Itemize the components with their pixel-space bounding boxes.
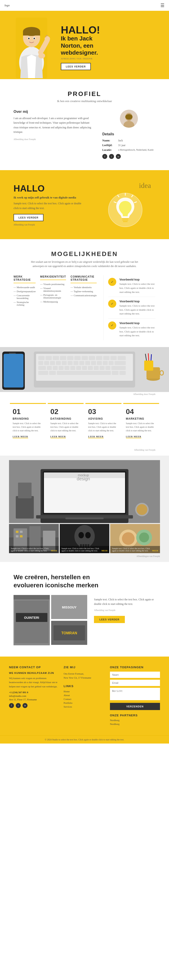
feature-item-1: ✓ Voorbeeld kop Sample text. Click to se… <box>108 275 156 297</box>
contact-social-icons: f t in <box>9 703 59 708</box>
brand-content: OUINTERI MISSOUY TOMRAN <box>13 595 156 645</box>
svg-point-94 <box>137 504 147 515</box>
svg-rect-37 <box>110 356 117 360</box>
service3-text: Sample text. Click to select the text bo… <box>88 422 119 433</box>
svg-rect-60 <box>82 366 87 370</box>
contact-form-title: ONZE TOEPASINGEN <box>110 665 160 669</box>
svg-rect-31 <box>67 356 74 360</box>
contact-see-us-address1: Ons Eerste Formaat, <box>64 671 105 676</box>
partner-item-1: Nordborg <box>110 719 160 722</box>
service2-link[interactable]: LEER MEER <box>50 435 66 438</box>
svg-rect-45 <box>74 361 79 365</box>
profile-details: Details Naam: Jack Leeftijd: 31 jaar Loc… <box>102 132 156 159</box>
instagram-icon[interactable]: in <box>116 154 121 159</box>
profile-details-col: Details Naam: Jack Leeftijd: 31 jaar Loc… <box>102 110 156 159</box>
mog-title: MOGELIJKHEDEN <box>13 250 156 258</box>
contact-fb-icon[interactable]: f <box>9 703 14 708</box>
svg-rect-66 <box>38 371 48 375</box>
svg-rect-51 <box>109 361 114 365</box>
mog-col-identity: MERKIDENTITEIT —Visuele positionering —V… <box>40 275 66 340</box>
list-item: —Strategische richting <box>13 301 35 306</box>
hero-greeting: HALLO! <box>61 25 156 35</box>
profile-name-label: Naam: <box>102 139 118 142</box>
form-email-input[interactable] <box>110 680 160 686</box>
contact-form: VERZENDEN <box>110 671 160 710</box>
svg-rect-42 <box>56 361 61 365</box>
brand-cta-button[interactable]: LEES VERDER <box>94 616 125 623</box>
contact-link-contact[interactable]: Contact <box>64 698 105 700</box>
feature3-title: Voorbeeld kop <box>119 321 156 325</box>
feature1-text: Sample text. Click to select the text bo… <box>119 282 156 294</box>
contact-address-text: Wij kunnen ook vragen en problemen beant… <box>9 676 59 689</box>
portfolio-overlay-3: Sample text. Click to select the text bo… <box>110 546 160 553</box>
service3-link[interactable]: LEER MEER <box>88 435 104 438</box>
keyboard-svg <box>0 347 169 392</box>
service2-number: 02 <box>50 407 81 416</box>
portfolio-item-link-3[interactable]: MEER <box>152 550 158 552</box>
contact-tw-icon[interactable]: t <box>16 703 21 708</box>
feature-dot-2: ✓ <box>108 300 116 308</box>
svg-rect-30 <box>60 356 66 360</box>
feature-item-2: ✓ Voorbeeld kop Sample text. Click to se… <box>108 297 156 319</box>
service4-title: Marketing <box>126 417 157 420</box>
svg-rect-63 <box>100 366 105 370</box>
svg-point-13 <box>125 114 132 119</box>
profile-location-label: Locatie: <box>102 148 118 152</box>
svg-rect-59 <box>76 366 81 370</box>
contact-link-about[interactable]: About <box>64 694 105 697</box>
contact-partners-title: ONZE PARTNERS <box>110 714 160 717</box>
hallo-section: HALLO Ik werk op mijn zelf gebruik te va… <box>0 170 169 239</box>
portfolio-item-link-2[interactable]: MEER <box>101 550 108 552</box>
svg-rect-58 <box>70 366 75 370</box>
feature-text-3: Voorbeeld kop Sample text. Click to sele… <box>119 321 156 337</box>
svg-rect-56 <box>59 366 64 370</box>
svg-rect-32 <box>74 356 80 360</box>
contact-link-home[interactable]: Home <box>64 690 105 693</box>
contact-see-us-title: ZIE MIJ <box>64 665 105 669</box>
twitter-icon[interactable]: t <box>109 154 114 159</box>
portfolio-item-link-1[interactable]: MEER <box>51 550 57 552</box>
profile-location-row: Locatie: s-Hertogenbosch, Nederland, Kan… <box>102 148 156 152</box>
service-3: 03 Advising Sample text. Click to select… <box>85 403 121 442</box>
svg-rect-27 <box>38 356 45 360</box>
svg-rect-39 <box>38 361 43 365</box>
feature-text-1: Voorbeeld kop Sample text. Click to sele… <box>119 278 156 294</box>
form-message-input[interactable] <box>110 688 160 700</box>
profile-title: PROFIEL <box>13 91 156 97</box>
contact-link-services[interactable]: Services <box>64 705 105 708</box>
hallo-cta-button[interactable]: LEES VERDER <box>13 214 43 221</box>
contact-link-portfolio[interactable]: Portfolio <box>64 702 105 704</box>
contact-ig-icon[interactable]: in <box>23 703 27 708</box>
svg-rect-41 <box>50 361 55 365</box>
profile-age-row: Leeftijd: 31 jaar <box>102 144 156 147</box>
hero-cta-button[interactable]: LEES VERDER <box>61 63 91 70</box>
contact-inner: NEEM CONTACT OP WE KUNNEN BEHULPZAAM ZIJ… <box>9 665 160 727</box>
form-submit-button[interactable]: VERZENDEN <box>110 703 160 710</box>
hero-section: HALLO! Ik ben Jack Norton, een webdesign… <box>0 11 169 79</box>
profile-details-title: Details <box>102 132 156 136</box>
contact-title: NEEM CONTACT OP <box>9 665 59 669</box>
facebook-icon[interactable]: f <box>102 154 107 159</box>
brand-title: We creëren, herstellen en evolueren icon… <box>13 573 99 590</box>
brand2-svg: MISSOUY <box>51 595 87 619</box>
list-item: —Verbale identiteits <box>71 286 97 289</box>
feature-dot-3: ✓ <box>108 321 116 329</box>
contact-left-col: NEEM CONTACT OP WE KUNNEN BEHULPZAAM ZIJ… <box>9 665 59 727</box>
form-name-input[interactable] <box>110 671 160 678</box>
feature-dot-1: ✓ <box>108 278 116 286</box>
menu-icon[interactable]: ☰ <box>161 3 164 8</box>
svg-rect-57 <box>64 366 69 370</box>
brand-text: Sample text. Click to select the text bo… <box>94 595 156 645</box>
svg-point-117 <box>139 533 149 542</box>
profile-age-value: 31 jaar <box>118 144 126 147</box>
portfolio-grid: Sample text. Click to select the text bo… <box>0 524 169 553</box>
list-item: —Pictogram- en illustratiestrategie <box>40 294 66 299</box>
svg-point-115 <box>122 532 135 545</box>
feature3-text: Sample text. Click to select the text bo… <box>119 326 156 337</box>
services-section: 01 Branding Sample text. Click to select… <box>0 399 169 449</box>
service-1: 01 Branding Sample text. Click to select… <box>10 403 46 442</box>
service4-link[interactable]: LEER MEER <box>126 435 142 438</box>
list-item: —Visueel identiteitssysteem <box>40 287 66 292</box>
svg-rect-64 <box>105 366 110 370</box>
service1-link[interactable]: LEER MEER <box>13 435 28 438</box>
